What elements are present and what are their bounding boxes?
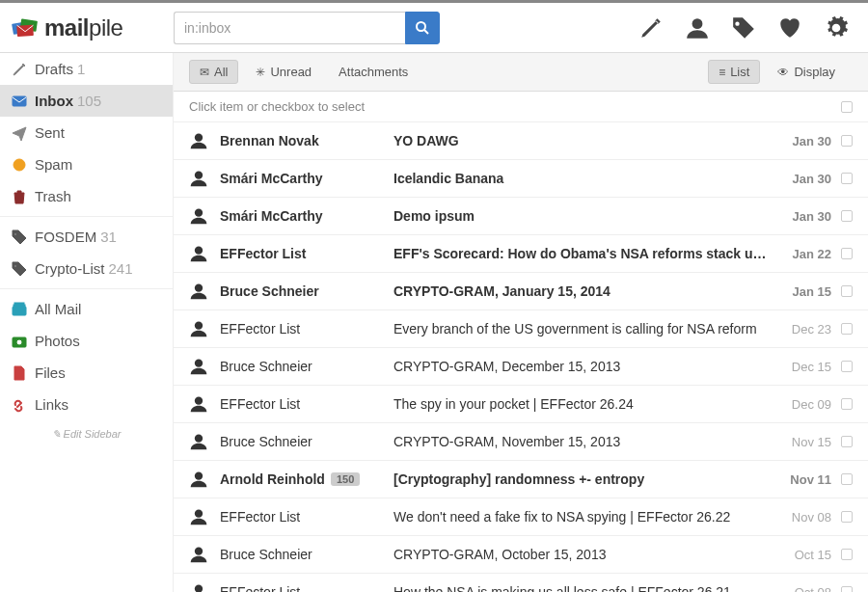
view-icon: 👁 <box>777 66 789 79</box>
sidebar-item-label: Sent <box>35 124 65 141</box>
filter-unread[interactable]: ✳Unread <box>246 61 321 83</box>
message-row[interactable]: Arnold Reinhold150[Cryptography] randomn… <box>174 461 868 498</box>
select-hint-text: Click item or checkbox to select <box>189 99 365 114</box>
sidebar-item-label: Inbox <box>35 93 73 109</box>
message-sender: EFFector List <box>220 246 393 261</box>
message-date: Nov 08 <box>773 510 831 525</box>
message-sender: Bruce Schneier <box>220 359 393 374</box>
message-checkbox[interactable] <box>841 511 853 523</box>
spam-icon <box>12 157 27 173</box>
compose-icon[interactable] <box>638 15 664 40</box>
message-row[interactable]: Brennan NovakYO DAWGJan 30 <box>174 122 868 160</box>
message-subject: YO DAWG <box>393 133 773 148</box>
message-subject: CRYPTO-GRAM, November 15, 2013 <box>393 434 773 449</box>
view-list[interactable]: ≡List <box>708 60 760 84</box>
tag-icon <box>12 229 27 245</box>
view-label: Display <box>794 65 835 79</box>
sidebar-item-drafts[interactable]: Drafts1 <box>0 53 173 85</box>
svg-point-23 <box>195 510 203 518</box>
logo[interactable]: mailpile <box>12 14 174 41</box>
svg-point-16 <box>195 247 203 255</box>
view-label: List <box>730 65 749 79</box>
filter-attachments[interactable]: Attachments <box>329 61 418 83</box>
search-form <box>174 12 440 44</box>
message-checkbox[interactable] <box>841 135 853 147</box>
message-row[interactable]: Bruce SchneierCRYPTO-GRAM, November 15, … <box>174 423 868 461</box>
tag-icon[interactable] <box>731 15 756 40</box>
message-subject: CRYPTO-GRAM, October 15, 2013 <box>393 547 773 562</box>
message-subject: We don't need a fake fix to NSA spying |… <box>393 509 773 525</box>
message-checkbox[interactable] <box>841 361 853 372</box>
message-row[interactable]: EFFector ListHow the NSA is making us al… <box>174 574 868 592</box>
message-row[interactable]: EFFector ListEFF's Scorecard: How do Oba… <box>174 235 868 273</box>
message-subject: CRYPTO-GRAM, January 15, 2014 <box>393 283 773 299</box>
message-checkbox[interactable] <box>841 398 853 410</box>
svg-point-14 <box>195 172 203 179</box>
header: mailpile <box>0 3 868 53</box>
envelope-icon <box>12 94 27 109</box>
avatar-icon <box>189 432 208 451</box>
plane-icon <box>12 125 27 141</box>
message-row[interactable]: Bruce SchneierCRYPTO-GRAM, October 15, 2… <box>174 536 868 574</box>
message-checkbox[interactable] <box>841 549 853 560</box>
search-button[interactable] <box>405 12 440 44</box>
contacts-icon[interactable] <box>685 15 710 40</box>
message-date: Oct 15 <box>773 548 831 562</box>
sidebar-item-files[interactable]: Files <box>0 357 173 389</box>
sidebar-item-photos[interactable]: Photos <box>0 325 173 357</box>
avatar-icon <box>189 545 208 564</box>
message-row[interactable]: Bruce SchneierCRYPTO-GRAM, December 15, … <box>174 348 868 386</box>
heart-icon[interactable] <box>777 15 802 40</box>
message-row[interactable]: EFFector ListThe spy in your pocket | EF… <box>174 386 868 423</box>
filter-all[interactable]: ✉All <box>189 60 238 84</box>
search-input[interactable] <box>174 12 405 44</box>
view-display[interactable]: 👁Display <box>768 60 845 84</box>
message-date: Jan 30 <box>773 134 831 148</box>
filter-label: Unread <box>270 65 312 79</box>
avatar-icon <box>189 282 208 301</box>
message-list: Brennan NovakYO DAWGJan 30Smári McCarthy… <box>174 122 868 592</box>
message-date: Jan 30 <box>773 209 831 224</box>
link-icon <box>12 397 27 413</box>
content: ✉All✳UnreadAttachments ≡List👁Display Cli… <box>174 53 868 592</box>
message-checkbox[interactable] <box>841 436 853 447</box>
message-sender: EFFector List <box>220 584 393 592</box>
message-checkbox[interactable] <box>841 323 853 335</box>
sidebar-item-crypto-list[interactable]: Crypto-List241 <box>0 253 173 284</box>
message-row[interactable]: EFFector ListWe don't need a fake fix to… <box>174 498 868 536</box>
message-checkbox[interactable] <box>841 285 853 297</box>
filter-icon: ✳ <box>256 66 265 79</box>
message-checkbox[interactable] <box>841 173 853 184</box>
sidebar-item-all-mail[interactable]: All Mail <box>0 293 173 325</box>
sidebar-item-links[interactable]: Links <box>0 389 173 420</box>
message-row[interactable]: Bruce SchneierCRYPTO-GRAM, January 15, 2… <box>174 273 868 310</box>
camera-icon <box>12 334 27 349</box>
sidebar-item-fosdem[interactable]: FOSDEM31 <box>0 221 173 253</box>
sidebar-item-inbox[interactable]: Inbox105 <box>0 85 173 117</box>
edit-sidebar-link[interactable]: ✎ Edit Sidebar <box>0 420 173 448</box>
sidebar-item-trash[interactable]: Trash <box>0 180 173 212</box>
select-all-checkbox[interactable] <box>841 101 853 113</box>
svg-point-25 <box>195 585 203 593</box>
message-row[interactable]: Smári McCarthyIcelandic BananaJan 30 <box>174 160 868 198</box>
svg-rect-8 <box>13 307 26 315</box>
sidebar-item-spam[interactable]: Spam <box>0 148 173 180</box>
message-date: Jan 22 <box>773 247 831 261</box>
message-subject: EFF's Scorecard: How do Obama's NSA refo… <box>393 246 773 261</box>
sidebar-item-sent[interactable]: Sent <box>0 117 173 148</box>
message-checkbox[interactable] <box>841 210 853 222</box>
message-checkbox[interactable] <box>841 586 853 592</box>
message-date: Dec 23 <box>773 322 831 336</box>
message-sender: Bruce Schneier <box>220 283 393 299</box>
avatar-icon <box>189 357 208 376</box>
gear-icon[interactable] <box>824 15 849 40</box>
trash-icon <box>12 189 27 204</box>
svg-point-20 <box>195 397 203 405</box>
svg-point-3 <box>417 22 425 31</box>
message-checkbox[interactable] <box>841 473 853 485</box>
message-row[interactable]: Smári McCarthyDemo ipsumJan 30 <box>174 198 868 235</box>
message-subject: CRYPTO-GRAM, December 15, 2013 <box>393 359 773 374</box>
message-row[interactable]: EFFector ListEvery branch of the US gove… <box>174 310 868 348</box>
avatar-icon <box>189 131 208 150</box>
message-checkbox[interactable] <box>841 248 853 259</box>
